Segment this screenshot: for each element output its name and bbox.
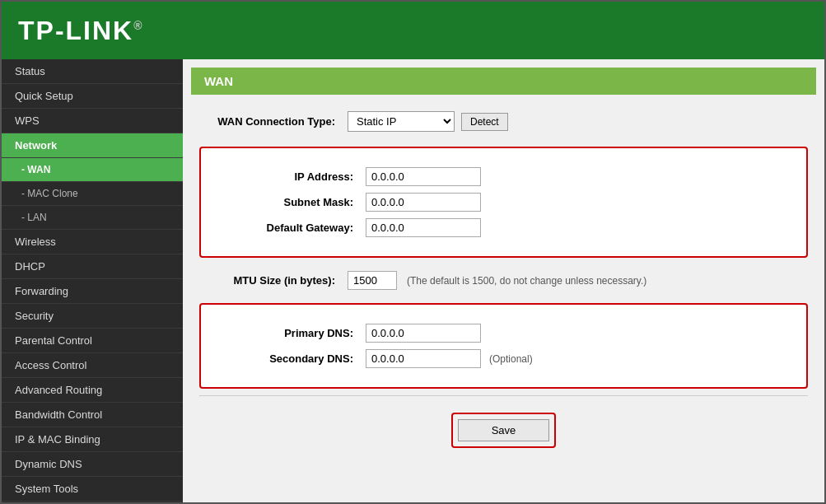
header: TP-LINK® — [2, 2, 824, 59]
wan-connection-type-row: WAN Connection Type: Dynamic IP Static I… — [199, 103, 808, 140]
sidebar-item-system-tools[interactable]: System Tools — [2, 477, 183, 502]
sidebar-item-security[interactable]: Security — [2, 304, 183, 329]
page-title-bar: WAN — [191, 68, 816, 95]
sidebar-item-network[interactable]: Network — [2, 133, 183, 158]
sidebar-item-quick-setup[interactable]: Quick Setup — [2, 84, 183, 109]
wan-connection-type-select[interactable]: Dynamic IP Static IP PPPoE L2TP PPTP Big… — [348, 111, 455, 132]
dns-settings-box: Primary DNS: Secondary DNS: (Optional) — [199, 303, 808, 389]
primary-dns-label: Primary DNS: — [217, 327, 366, 339]
sidebar-item-ip-mac-binding[interactable]: IP & MAC Binding — [2, 427, 183, 452]
sidebar-item-forwarding[interactable]: Forwarding — [2, 279, 183, 304]
wan-connection-type-label: WAN Connection Type: — [199, 115, 348, 128]
subnet-mask-row: Subnet Mask: — [217, 193, 790, 212]
sidebar-item-access-control[interactable]: Access Control — [2, 353, 183, 378]
ip-address-row: IP Address: — [217, 167, 790, 186]
content-area: WAN WAN Connection Type: Dynamic IP Stat… — [183, 59, 824, 502]
ip-settings-box: IP Address: Subnet Mask: Default Gateway… — [199, 147, 808, 258]
subnet-mask-label: Subnet Mask: — [217, 196, 366, 208]
divider — [199, 395, 808, 396]
mtu-label: MTU Size (in bytes): — [199, 274, 348, 287]
primary-dns-row: Primary DNS: — [217, 324, 790, 343]
primary-dns-input[interactable] — [366, 324, 481, 343]
sidebar-item-lan[interactable]: - LAN — [2, 206, 183, 230]
ip-address-label: IP Address: — [217, 170, 366, 183]
router-ui: TP-LINK® Status Quick Setup WPS Network … — [0, 0, 826, 504]
default-gateway-input[interactable] — [366, 218, 481, 237]
secondary-dns-row: Secondary DNS: (Optional) — [217, 349, 790, 368]
secondary-dns-label: Secondary DNS: — [217, 352, 366, 365]
mtu-input[interactable] — [348, 271, 397, 290]
sidebar-item-dynamic-dns[interactable]: Dynamic DNS — [2, 452, 183, 477]
mtu-note: (The default is 1500, do not change unle… — [407, 275, 646, 287]
content-inner: WAN Connection Type: Dynamic IP Static I… — [183, 95, 824, 469]
sidebar: Status Quick Setup WPS Network - WAN - M… — [2, 59, 183, 502]
sidebar-item-wps[interactable]: WPS — [2, 109, 183, 133]
sidebar-item-dhcp[interactable]: DHCP — [2, 254, 183, 279]
subnet-mask-input[interactable] — [366, 193, 481, 212]
sidebar-item-logout[interactable]: Logout — [2, 502, 183, 502]
save-section: Save — [199, 400, 808, 460]
sidebar-item-parental-control[interactable]: Parental Control — [2, 329, 183, 353]
optional-text: (Optional) — [489, 353, 533, 365]
sidebar-item-bandwidth-control[interactable]: Bandwidth Control — [2, 403, 183, 427]
sidebar-item-status[interactable]: Status — [2, 59, 183, 84]
logo: TP-LINK® — [18, 16, 144, 46]
main-layout: Status Quick Setup WPS Network - WAN - M… — [2, 59, 824, 502]
sidebar-item-wireless[interactable]: Wireless — [2, 230, 183, 254]
save-button-wrapper: Save — [451, 413, 557, 448]
save-button[interactable]: Save — [458, 419, 550, 441]
sidebar-item-advanced-routing[interactable]: Advanced Routing — [2, 378, 183, 403]
secondary-dns-input[interactable] — [366, 349, 481, 368]
detect-button[interactable]: Detect — [461, 113, 508, 131]
sidebar-item-wan[interactable]: - WAN — [2, 158, 183, 182]
default-gateway-row: Default Gateway: — [217, 218, 790, 237]
sidebar-item-mac-clone[interactable]: - MAC Clone — [2, 182, 183, 206]
page-title: WAN — [204, 74, 233, 88]
mtu-row: MTU Size (in bytes): (The default is 150… — [199, 264, 808, 296]
ip-address-input[interactable] — [366, 167, 481, 186]
default-gateway-label: Default Gateway: — [217, 222, 366, 234]
